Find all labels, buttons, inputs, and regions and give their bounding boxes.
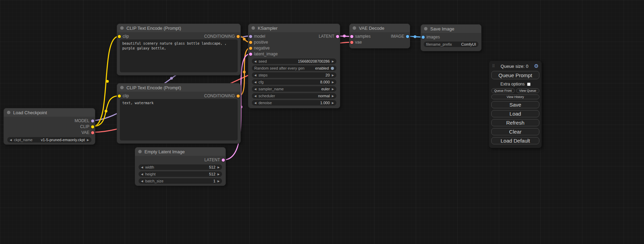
widget-value: 512: [209, 165, 215, 169]
increment-arrow-icon[interactable]: ▶: [332, 88, 334, 91]
input-port-vae[interactable]: [350, 41, 353, 44]
increment-arrow-icon[interactable]: ▶: [332, 60, 334, 63]
widget-filename-prefix[interactable]: filename_prefix ComfyUI: [424, 42, 478, 47]
load-button[interactable]: Load: [491, 110, 539, 117]
extra-options-checkbox[interactable]: [527, 83, 530, 86]
collapse-dot-icon[interactable]: [7, 111, 10, 114]
node-title: CLIP Text Encode (Prompt): [126, 26, 181, 31]
widget-denoise[interactable]: ◀ denoise 1.000 ▶: [252, 100, 336, 106]
increment-arrow-icon[interactable]: ▶: [332, 74, 334, 77]
link-midpoint-dot: [243, 71, 246, 73]
decrement-arrow-icon[interactable]: ◀: [254, 88, 256, 91]
view-queue-button[interactable]: View Queue: [516, 88, 540, 93]
node-ksampler[interactable]: KSampler model LATENT positive negative …: [248, 24, 340, 108]
save-button[interactable]: Save: [491, 101, 539, 108]
queue-front-button[interactable]: Queue Front: [491, 88, 515, 93]
increment-arrow-icon[interactable]: ▶: [218, 180, 220, 183]
node-save-image[interactable]: Save Image images filename_prefix ComfyU…: [421, 24, 482, 51]
node-load-checkpoint[interactable]: Load Checkpoint MODEL CLIP VAE ◀ ckpt_na…: [3, 108, 95, 145]
decrement-arrow-icon[interactable]: ◀: [254, 60, 256, 63]
increment-arrow-icon[interactable]: ▶: [332, 101, 334, 105]
increment-arrow-icon[interactable]: ▶: [87, 138, 89, 142]
output-port-vae[interactable]: [91, 131, 94, 134]
slot-label-positive: positive: [254, 39, 268, 45]
decrement-arrow-icon[interactable]: ◀: [141, 180, 143, 183]
collapse-dot-icon[interactable]: [353, 26, 356, 30]
collapse-dot-icon[interactable]: [138, 150, 142, 153]
input-port-clip[interactable]: [118, 35, 121, 38]
output-port-image[interactable]: [406, 35, 409, 38]
widget-height[interactable]: ◀ height 512 ▶: [139, 171, 222, 177]
collapse-dot-icon[interactable]: [120, 26, 124, 30]
increment-arrow-icon[interactable]: ▶: [332, 81, 334, 84]
settings-gear-icon[interactable]: ⚙: [534, 63, 539, 69]
node-vae-decode[interactable]: VAE Decode samples IMAGE vae: [349, 24, 410, 48]
decrement-arrow-icon[interactable]: ◀: [254, 81, 256, 84]
widget-seed[interactable]: ◀ seed 156680208700286 ▶: [252, 58, 336, 64]
node-titlebar[interactable]: VAE Decode: [350, 24, 410, 32]
node-clip-text-encode-positive[interactable]: CLIP Text Encode (Prompt) clip CONDITION…: [117, 24, 241, 75]
decrement-arrow-icon[interactable]: ◀: [10, 138, 12, 142]
load-default-button[interactable]: Load Default: [491, 137, 539, 144]
node-clip-text-encode-negative[interactable]: CLIP Text Encode (Prompt) clip CONDITION…: [117, 83, 241, 144]
node-titlebar[interactable]: Save Image: [421, 25, 481, 33]
widget-sampler-name[interactable]: ◀ sampler_name euler ▶: [252, 86, 336, 92]
menu-header: ⠿ Queue size: 0 ⚙: [491, 63, 539, 70]
decrement-arrow-icon[interactable]: ◀: [141, 173, 143, 176]
decrement-arrow-icon[interactable]: ◀: [254, 101, 256, 105]
output-port-conditioning[interactable]: [237, 94, 240, 98]
node-graph-canvas[interactable]: Load Checkpoint MODEL CLIP VAE ◀ ckpt_na…: [0, 0, 644, 244]
slot-label-latent: LATENT: [204, 157, 220, 163]
input-port-images[interactable]: [422, 36, 425, 39]
output-port-latent[interactable]: [336, 35, 339, 38]
widget-width[interactable]: ◀ width 512 ▶: [139, 164, 222, 170]
decrement-arrow-icon[interactable]: ◀: [254, 94, 256, 98]
widget-scheduler[interactable]: ◀ scheduler normal ▶: [252, 93, 336, 99]
refresh-button[interactable]: Refresh: [491, 119, 539, 126]
node-titlebar[interactable]: KSampler: [248, 24, 340, 32]
input-port-positive[interactable]: [249, 41, 252, 44]
collapse-dot-icon[interactable]: [120, 86, 124, 89]
queue-prompt-button[interactable]: Queue Prompt: [491, 71, 539, 79]
output-port-conditioning[interactable]: [237, 35, 240, 38]
view-history-button[interactable]: View History: [491, 94, 539, 99]
slot-label-conditioning: CONDITIONING: [204, 34, 235, 39]
input-port-negative[interactable]: [249, 47, 252, 50]
widget-label: height: [145, 172, 156, 176]
node-empty-latent-image[interactable]: Empty Latent Image LATENT ◀ width 512 ▶ …: [135, 147, 226, 186]
node-title: Empty Latent Image: [144, 149, 185, 154]
output-port-latent[interactable]: [222, 159, 225, 162]
prompt-textarea[interactable]: text, watermark: [120, 99, 238, 141]
widget-random-seed-toggle[interactable]: Random seed after every gen enabled: [252, 65, 336, 71]
increment-arrow-icon[interactable]: ▶: [332, 94, 334, 98]
increment-arrow-icon[interactable]: ▶: [218, 173, 220, 176]
decrement-arrow-icon[interactable]: ◀: [254, 74, 256, 77]
node-titlebar[interactable]: CLIP Text Encode (Prompt): [117, 24, 240, 32]
decrement-arrow-icon[interactable]: ◀: [141, 166, 143, 169]
input-port-latent-image[interactable]: [249, 53, 252, 56]
widget-label: denoise: [258, 101, 272, 105]
input-port-clip[interactable]: [118, 94, 121, 98]
clear-button[interactable]: Clear: [491, 128, 539, 135]
node-titlebar[interactable]: CLIP Text Encode (Prompt): [117, 83, 240, 92]
collapse-dot-icon[interactable]: [252, 26, 255, 30]
slot-label-samples: samples: [355, 34, 371, 39]
collapse-dot-icon[interactable]: [424, 27, 427, 30]
prompt-textarea[interactable]: beautiful scenery nature glass bottle la…: [120, 39, 238, 72]
node-titlebar[interactable]: Load Checkpoint: [4, 108, 95, 117]
node-titlebar[interactable]: Empty Latent Image: [135, 147, 226, 156]
slot-row: samples IMAGE: [350, 34, 410, 39]
widget-cfg[interactable]: ◀ cfg 8.000 ▶: [252, 79, 336, 85]
increment-arrow-icon[interactable]: ▶: [218, 166, 220, 169]
link-midpoint-dot: [106, 80, 109, 83]
toggle-indicator[interactable]: [331, 67, 334, 70]
widget-steps[interactable]: ◀ steps 20 ▶: [252, 72, 336, 78]
input-port-samples[interactable]: [350, 35, 353, 38]
widget-ckpt-name[interactable]: ◀ ckpt_name v1-5-pruned-emaonly.ckpt ▶: [7, 137, 91, 143]
widget-value: 512: [209, 172, 215, 176]
input-port-model[interactable]: [249, 35, 252, 38]
widget-batch-size[interactable]: ◀ batch_size 1 ▶: [139, 178, 222, 184]
drag-handle-icon[interactable]: ⠿: [492, 64, 495, 69]
output-port-model[interactable]: [91, 119, 94, 123]
output-port-clip[interactable]: [91, 125, 94, 128]
